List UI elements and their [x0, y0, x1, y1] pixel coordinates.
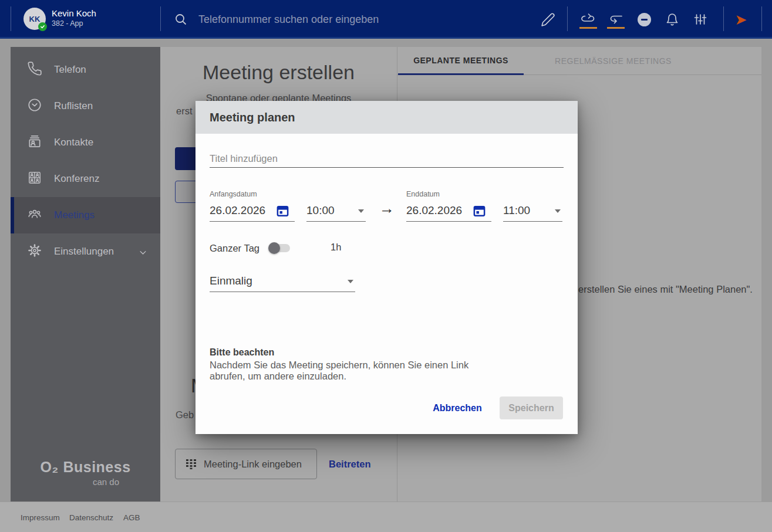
meeting-plan-dialog: Meeting planen Anfangsdatum Enddatum 26.…	[195, 101, 578, 434]
join-text-fragment: Geb	[176, 409, 194, 421]
meetings-tab-bar: GEPLANTE MEETINGS REGELMÄSSIGE MEETINGS	[397, 47, 761, 75]
sidebar-item-meetings[interactable]: Meetings	[11, 197, 160, 233]
sidebar-item-label: Telefon	[54, 64, 86, 76]
tab-geplante-meetings[interactable]: GEPLANTE MEETINGS	[398, 47, 524, 75]
divider	[160, 6, 161, 31]
brand-logo: O₂ Business can do	[11, 459, 160, 487]
contacts-icon	[27, 134, 42, 151]
divider	[567, 6, 568, 31]
people-icon	[27, 206, 42, 224]
top-bar: KK Kevin Koch 382 - App	[0, 0, 772, 39]
presence-badge-icon	[38, 22, 47, 31]
user-extension: 382 - App	[52, 19, 83, 28]
end-date-value: 26.02.2026	[406, 202, 467, 219]
dialog-title: Meeting planen	[210, 101, 295, 134]
sidebar-item-ruflisten[interactable]: Ruflisten	[11, 88, 160, 124]
sidebar-item-label: Konferenz	[54, 173, 100, 185]
phone-icon	[27, 61, 42, 79]
call-forward-active-underline	[579, 27, 597, 29]
recurrence-value: Einmalig	[210, 275, 252, 287]
call-forward-loop-icon[interactable]	[579, 11, 596, 28]
avatar-initials: KK	[29, 15, 41, 23]
start-time-field[interactable]: 10:00	[306, 202, 366, 222]
all-day-row: Ganzer Tag	[210, 240, 290, 256]
search-input[interactable]	[198, 9, 451, 29]
footer-link-datenschutz[interactable]: Datenschutz	[69, 513, 113, 522]
edit-icon[interactable]	[540, 11, 556, 28]
sidebar-item-label: Ruflisten	[54, 100, 93, 112]
sidebar-item-label: Meetings	[54, 209, 95, 221]
do-not-disturb-icon[interactable]	[636, 11, 652, 28]
calendar-icon[interactable]	[473, 204, 486, 220]
join-button[interactable]: Beitreten	[329, 459, 371, 470]
meeting-title-input[interactable]	[210, 150, 564, 168]
page-subtitle-fragment: erst	[176, 106, 193, 117]
tab-regelmaessige-meetings[interactable]: REGELMÄSSIGE MEETINGS	[538, 47, 688, 75]
save-button[interactable]: Speichern	[500, 397, 563, 419]
gear-icon	[27, 243, 42, 260]
sidebar: Telefon Ruflisten Kontakte	[11, 47, 160, 501]
end-date-field[interactable]: 26.02.2026	[406, 202, 491, 222]
chevron-down-icon	[139, 248, 147, 259]
end-date-label: Enddatum	[406, 190, 440, 198]
all-day-toggle[interactable]	[270, 244, 290, 252]
brand-name: O₂ Business	[11, 459, 160, 476]
brand-tagline: can do	[11, 477, 160, 487]
start-date-label: Anfangsdatum	[210, 190, 257, 198]
toggle-knob	[268, 242, 280, 254]
meeting-link-label: Meeting-Link eingeben	[204, 459, 302, 470]
footer-link-impressum[interactable]: Impressum	[21, 513, 60, 522]
avatar[interactable]: KK	[23, 8, 46, 30]
bell-icon[interactable]	[664, 11, 680, 28]
conference-icon	[27, 170, 42, 188]
note-title: Bitte beachten	[210, 347, 274, 358]
sidebar-item-telefon[interactable]: Telefon	[11, 52, 160, 88]
meeting-link-input[interactable]: Meeting-Link eingeben	[175, 449, 317, 479]
sidebar-item-label: Kontakte	[54, 137, 93, 148]
arrow-right-icon: →	[379, 199, 395, 218]
duration-value: 1h	[331, 242, 341, 253]
send-icon[interactable]: ➤	[733, 11, 749, 28]
call-forward-redirect-icon[interactable]	[608, 11, 624, 28]
call-forward-active-underline	[607, 27, 625, 29]
user-name: Kevin Koch	[52, 8, 96, 18]
all-day-label: Ganzer Tag	[210, 243, 259, 254]
footer-link-agb[interactable]: AGB	[123, 513, 140, 522]
end-time-field[interactable]: 11:00	[503, 202, 562, 222]
end-time-value: 11:00	[503, 202, 530, 219]
sidebar-item-label: Einstellungen	[54, 246, 114, 257]
calendar-icon[interactable]	[276, 204, 289, 220]
start-date-value: 26.02.2026	[210, 202, 271, 219]
dropdown-caret-icon	[348, 280, 353, 283]
divider	[761, 6, 762, 31]
empty-state-text-fragment: erstellen Sie eines mit "Meeting Planen"…	[578, 284, 753, 295]
cancel-button[interactable]: Abbrechen	[422, 397, 493, 419]
sidebar-item-konferenz[interactable]: Konferenz	[11, 161, 160, 197]
sliders-icon[interactable]	[692, 11, 709, 28]
note-body: Nachdem Sie das Meeting speichern, könne…	[210, 360, 477, 382]
sidebar-item-einstellungen[interactable]: Einstellungen	[11, 233, 160, 270]
dialpad-icon	[186, 459, 197, 469]
start-date-field[interactable]: 26.02.2026	[210, 202, 295, 222]
dropdown-caret-icon	[358, 209, 364, 213]
divider	[11, 6, 11, 31]
sidebar-item-kontakte[interactable]: Kontakte	[11, 124, 160, 161]
dropdown-caret-icon	[555, 209, 561, 213]
start-time-value: 10:00	[306, 202, 335, 219]
divider	[723, 6, 724, 31]
clock-icon	[27, 97, 42, 115]
search-icon	[174, 12, 188, 29]
recurrence-select[interactable]: Einmalig	[210, 272, 355, 292]
page-title: Meeting erstellen	[160, 61, 397, 84]
dialog-header: Meeting planen	[195, 101, 578, 134]
footer: Impressum Datenschutz AGB	[0, 502, 772, 532]
